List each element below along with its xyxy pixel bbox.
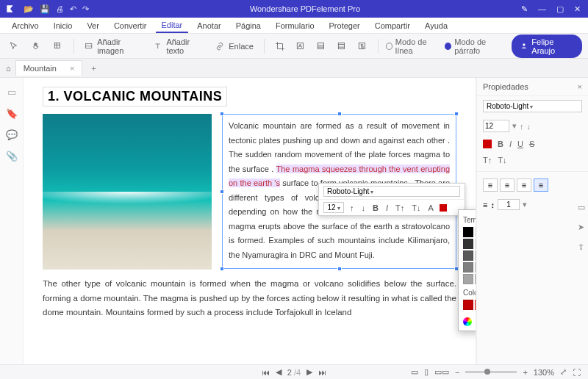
prop-strike[interactable]: S (529, 140, 534, 148)
mini-sup[interactable]: T↑ (394, 203, 406, 213)
mini-italic[interactable]: I (384, 203, 390, 213)
titlebar: 📂 💾 🖨 ↶ ↷ Wondershare PDFelement Pro ✎ —… (0, 0, 588, 18)
prop-color-swatch[interactable] (483, 140, 492, 148)
mini-bold[interactable]: B (371, 203, 380, 213)
view-cont-icon[interactable]: ▯ (424, 367, 429, 377)
sidepanel-share-icon[interactable]: ⇪ (578, 242, 585, 252)
window-close[interactable]: ✕ (574, 4, 581, 14)
close-tab-icon[interactable]: × (70, 64, 74, 73)
select-tool[interactable] (6, 39, 22, 54)
menu-inicio[interactable]: Inicio (48, 19, 79, 32)
bates-icon[interactable] (354, 39, 370, 54)
menu-editar[interactable]: Editar (156, 18, 189, 33)
edit-tool[interactable] (50, 39, 66, 54)
list-style-icon[interactable]: ≡ (483, 201, 487, 209)
mini-increase-icon[interactable]: ↑ (348, 203, 356, 213)
link-button[interactable]: Enlace (212, 39, 257, 54)
watermark-icon[interactable] (293, 39, 309, 54)
mode-line[interactable]: Modo de línea (386, 37, 441, 55)
ql-redo-icon[interactable]: ↷ (82, 4, 89, 14)
zoom-in-icon[interactable]: + (523, 368, 527, 377)
prop-size-input[interactable] (483, 120, 509, 132)
window-maximize[interactable]: ▢ (556, 4, 564, 14)
align-left-icon[interactable]: ≡ (483, 178, 498, 192)
window-minimize[interactable]: — (538, 4, 546, 14)
prop-size-down-icon[interactable]: ▾ (512, 121, 517, 131)
ql-print-icon[interactable]: 🖨 (56, 4, 64, 14)
comments-icon[interactable]: 💬 (6, 129, 18, 140)
sidepanel-tool1-icon[interactable]: ▭ (578, 203, 585, 212)
prop-bold[interactable]: B (498, 140, 503, 148)
align-center-icon[interactable]: ≡ (500, 178, 514, 192)
spacing-down-icon[interactable]: ▾ (523, 200, 527, 209)
prop-sup[interactable]: T↑ (483, 156, 492, 165)
menu-anotar[interactable]: Anotar (191, 19, 226, 32)
mini-font-icon[interactable]: A (426, 203, 434, 213)
thumbnails-icon[interactable]: ▭ (7, 87, 16, 98)
bookmarks-icon[interactable]: 🔖 (6, 108, 18, 119)
document-tab[interactable]: Mountain× (15, 60, 83, 76)
fit-width-icon[interactable]: ⤢ (560, 367, 567, 377)
theme-color-swatch[interactable] (463, 227, 473, 237)
menu-página[interactable]: Página (230, 19, 267, 32)
menu-ver[interactable]: Ver (81, 19, 105, 32)
theme-color-swatch[interactable] (463, 262, 473, 272)
hand-tool[interactable] (28, 39, 44, 54)
prop-italic[interactable]: I (509, 140, 512, 148)
view-single-icon[interactable]: ▭ (411, 367, 418, 377)
prop-font-select[interactable]: Roboto-Light (483, 100, 582, 112)
header-footer-icon[interactable] (334, 39, 350, 54)
menu-proteger[interactable]: Proteger (323, 19, 366, 32)
mini-sub[interactable]: T↓ (410, 203, 422, 213)
theme-color-swatch[interactable] (463, 250, 473, 261)
add-tab-button[interactable]: + (87, 64, 100, 73)
view-two-icon[interactable]: ▭▭ (434, 367, 449, 377)
page-canvas[interactable]: 1. VOLCANIC MOUNTAINS Volcanic mountain … (24, 78, 476, 364)
background-icon[interactable] (313, 39, 329, 54)
mini-size-select[interactable]: 12 (323, 202, 344, 213)
prop-inc-icon[interactable]: ↑ (520, 122, 524, 131)
mode-paragraph[interactable]: Modo de párrafo (445, 37, 506, 55)
crop-icon[interactable] (272, 39, 288, 54)
align-justify-icon[interactable]: ≡ (534, 178, 548, 192)
sidepanel-send-icon[interactable]: ➤ (578, 223, 585, 232)
menu-ayuda[interactable]: Ayuda (419, 19, 453, 32)
next-page-icon[interactable]: ▶ (306, 367, 312, 377)
prop-sub[interactable]: T↓ (498, 156, 506, 165)
add-text-button[interactable]: Añadir texto (151, 35, 207, 57)
zoom-out-icon[interactable]: − (455, 368, 459, 377)
zoom-slider[interactable] (465, 371, 517, 373)
add-image-button[interactable]: Añadir imagen (82, 35, 146, 57)
theme-color-swatch[interactable] (463, 239, 473, 249)
ql-open-icon[interactable]: 📂 (24, 4, 34, 14)
line-spacing-icon[interactable]: ↕ (490, 201, 495, 209)
menu-archivo[interactable]: Archivo (6, 19, 45, 32)
prev-page-first-icon[interactable]: ⏮ (262, 368, 270, 377)
menu-compartir[interactable]: Compartir (369, 19, 416, 32)
mini-color-swatch[interactable] (440, 204, 447, 212)
paragraph-2[interactable]: The other type of volcanic mountain is f… (43, 277, 456, 320)
menu-formulario[interactable]: Formulario (270, 19, 320, 32)
note-icon[interactable]: ✎ (521, 4, 528, 14)
menubar: ArchivoInicioVerConvertirEditarAnotarPág… (0, 18, 588, 34)
ql-undo-icon[interactable]: ↶ (70, 4, 76, 14)
prev-page-icon[interactable]: ◀ (276, 367, 282, 377)
properties-close-icon[interactable]: × (578, 82, 582, 91)
ql-save-icon[interactable]: 💾 (40, 4, 50, 14)
home-tab-icon[interactable]: ⌂ (6, 64, 11, 73)
theme-color-swatch[interactable] (463, 274, 473, 284)
prop-underline[interactable]: U (517, 140, 523, 148)
prop-dec-icon[interactable]: ↓ (527, 122, 531, 131)
fullscreen-icon[interactable]: ⛶ (573, 368, 581, 377)
mini-decrease-icon[interactable]: ↓ (360, 203, 368, 213)
attachments-icon[interactable]: 📎 (6, 151, 18, 162)
volcano-image[interactable] (43, 114, 212, 270)
user-pill[interactable]: Felipe Araujo (512, 35, 582, 58)
next-page-last-icon[interactable]: ⏭ (318, 368, 326, 377)
align-right-icon[interactable]: ≡ (517, 178, 531, 192)
more-colors-button[interactable]: Más colores (463, 314, 476, 326)
menu-convertir[interactable]: Convertir (108, 19, 153, 32)
std-color-swatch[interactable] (463, 300, 473, 310)
mini-font-select[interactable]: Roboto-Light (323, 186, 460, 197)
spacing-input[interactable] (498, 199, 520, 210)
